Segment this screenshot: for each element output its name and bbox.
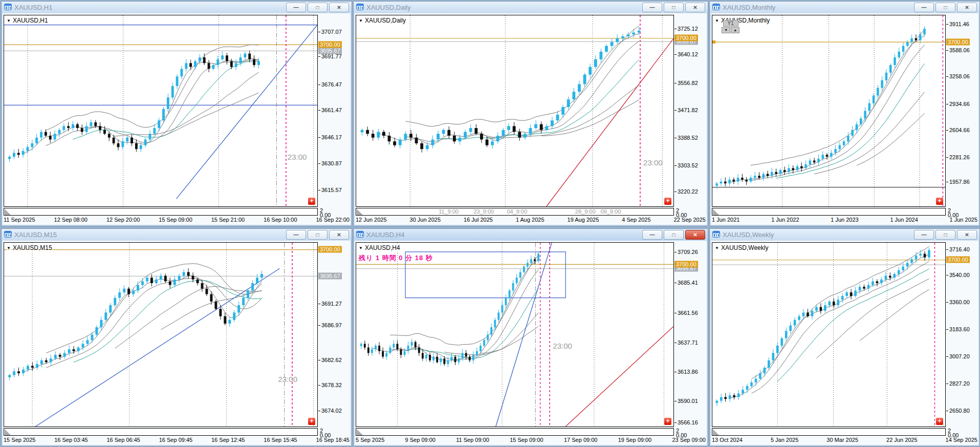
price-tick: 3471.82 — [678, 107, 698, 113]
minimize-button[interactable]: — — [286, 230, 306, 240]
price-scale[interactable]: 3707.073691.773676.473661.473646.173630.… — [318, 15, 350, 207]
time-tick: 11 Sep 2025 — [4, 217, 35, 224]
restore-button[interactable]: □ — [935, 230, 955, 240]
time-axis[interactable]: 13 Oct 20245 Jan 202530 Mar 202522 Jun 2… — [712, 436, 977, 444]
chart-area[interactable]: ▼XAUUSD,Weekly + — [712, 242, 946, 427]
time-tick: 16 Sep 12:45 — [211, 437, 245, 444]
restore-button[interactable]: □ — [664, 3, 684, 12]
close-button[interactable]: ✕ — [329, 3, 349, 12]
time-tick: 1 Jun 2021 — [712, 217, 739, 224]
chart-scrollbar[interactable] — [712, 208, 946, 216]
time-axis[interactable]: 15 Sep 202516 Sep 03:4516 Sep 06:4516 Se… — [4, 436, 350, 444]
chart-legend-label: XAUUSD,M15 — [13, 244, 52, 251]
candlestick-plot[interactable] — [356, 243, 673, 427]
candlestick-plot[interactable] — [356, 15, 673, 206]
candlestick-plot[interactable] — [712, 243, 945, 427]
chart-scrollbar[interactable] — [712, 428, 946, 436]
one-click-trading-button[interactable]: + — [664, 418, 671, 425]
time-tick: 16 Sep 03:45 — [54, 437, 88, 444]
minimize-button[interactable]: — — [286, 3, 306, 12]
price-tick: 3590.01 — [678, 398, 698, 404]
restore-button[interactable]: □ — [664, 230, 684, 240]
time-tick: 15 Sep 21:00 — [211, 217, 245, 224]
window-titlebar[interactable]: XAUUSD,Weekly — □ ✕ — [710, 229, 979, 241]
chart-window-monthly: XAUUSD,Monthly — □ ✕ ▼XAUUSD,Monthly + Y… — [709, 1, 980, 226]
window-titlebar[interactable]: XAUUSD,H1 — □ ✕ — [2, 2, 352, 13]
hline-anchor-handle[interactable] — [712, 40, 715, 44]
price-scale[interactable]: 3709.263685.413661.563637.713613.863590.… — [674, 242, 706, 427]
scroll-triangle-icon — [5, 429, 11, 435]
scale-up-button[interactable]: ▲ — [731, 27, 739, 33]
price-tick: 3630.87 — [321, 160, 342, 166]
chart-area[interactable]: ▼XAUUSD,H1 23:00 + — [4, 15, 318, 207]
session-time-label: 23:00 — [288, 153, 307, 161]
chart-legend[interactable]: ▼XAUUSD,M15 — [7, 244, 52, 251]
period-separator-label: 11_9:00 — [439, 208, 459, 215]
window-controls: — □ ✕ — [642, 230, 705, 240]
minimize-button[interactable]: — — [914, 3, 934, 12]
chart-scrollbar[interactable] — [4, 208, 318, 216]
one-click-trading-button[interactable]: + — [936, 418, 943, 425]
scroll-triangle-icon — [5, 209, 11, 215]
price-tick: 3676.47 — [321, 81, 342, 88]
candlestick-plot[interactable] — [4, 15, 317, 206]
one-click-trading-button[interactable]: + — [308, 418, 315, 425]
close-button[interactable]: ✕ — [685, 3, 705, 12]
y-axis-scale-control[interactable]: Y1▼▲ — [722, 20, 739, 33]
one-click-trading-button[interactable]: + — [936, 198, 943, 205]
window-titlebar[interactable]: XAUUSD,Monthly — □ ✕ — [710, 2, 979, 13]
chart-scrollbar[interactable]: 11_9:0023_9:0004_9:0028_9:0009_9:00 — [356, 208, 674, 216]
price-scale[interactable]: 3911.463588.063258.062934.662604.662281.… — [946, 15, 977, 207]
scale-down-button[interactable]: ▼ — [722, 27, 730, 33]
price-tick: 3709.26 — [678, 249, 698, 255]
time-axis[interactable]: 1 Jun 20211 Jun 20221 Jun 20231 Jun 2024… — [712, 216, 977, 224]
chart-area[interactable]: ▼XAUUSD,Daily 23:00 + — [356, 15, 674, 207]
chart-scrollbar[interactable] — [356, 428, 674, 436]
current-price-tag: 3695.67 — [318, 47, 342, 54]
price-tick: 3360.00 — [949, 299, 970, 305]
one-click-trading-button[interactable]: + — [308, 198, 315, 205]
window-titlebar[interactable]: XAUUSD,H4 — □ ✕ — [354, 229, 708, 241]
chart-legend[interactable]: ▼XAUUSD,Daily — [359, 17, 406, 24]
chart-window-m15: XAUUSD,M15 — □ ✕ ▼XAUUSD,M15 23:00 + 369… — [1, 228, 352, 446]
close-button[interactable]: ✕ — [957, 230, 977, 240]
time-axis[interactable]: 11 Sep 202512 Sep 08:0012 Sep 20:0015 Se… — [4, 216, 350, 224]
chart-area[interactable]: ▼XAUUSD,M15 23:00 + — [4, 242, 318, 427]
window-title: XAUUSD,Monthly — [723, 4, 911, 11]
chart-area[interactable]: ▼XAUUSD,Monthly + Y1▼▲ — [712, 15, 946, 207]
candlestick-plot[interactable] — [4, 243, 317, 427]
price-tick: 3007.20 — [949, 353, 970, 359]
chart-area[interactable]: ▼XAUUSD,H4 残り 1 時間 0 分 18 秒 23:00 + — [356, 242, 674, 427]
close-button[interactable]: ✕ — [329, 230, 349, 240]
chart-legend[interactable]: ▼XAUUSD,H4 — [359, 244, 400, 251]
window-titlebar[interactable]: XAUUSD,M15 — □ ✕ — [2, 229, 352, 241]
time-axis[interactable]: 12 Jun 202530 Jun 202516 Jul 20251 Aug 2… — [356, 216, 706, 224]
restore-button[interactable]: □ — [935, 3, 955, 12]
price-tick: 3682.62 — [321, 357, 342, 363]
time-axis[interactable]: 5 Sep 20259 Sep 09:0011 Sep 09:0015 Sep … — [356, 436, 706, 444]
time-tick: 19 Aug 2025 — [568, 217, 599, 224]
price-scale[interactable]: 3691.273686.973682.623678.323674.023695.… — [318, 242, 350, 427]
period-separator-label: 04_9:00 — [507, 208, 528, 215]
price-scale[interactable]: 3716.403540.003360.003183.603007.202827.… — [946, 242, 977, 427]
time-tick: 14 Sep 2025 — [946, 437, 977, 444]
minimize-button[interactable]: — — [642, 230, 662, 240]
restore-button[interactable]: □ — [308, 3, 328, 12]
window-title: XAUUSD,H1 — [14, 4, 284, 11]
restore-button[interactable]: □ — [308, 230, 328, 240]
price-tick: 3566.16 — [678, 419, 698, 425]
close-button[interactable]: ✕ — [957, 3, 977, 12]
candlestick-plot[interactable] — [712, 15, 945, 206]
close-button[interactable]: ✕ — [685, 230, 705, 240]
one-click-trading-button[interactable]: + — [664, 198, 671, 205]
time-tick: 30 Mar 2025 — [826, 437, 858, 444]
price-scale[interactable]: 3725.123640.123556.823471.823388.523303.… — [674, 15, 706, 207]
chart-window-weekly: XAUUSD,Weekly — □ ✕ ▼XAUUSD,Weekly + 371… — [709, 228, 980, 446]
chart-legend[interactable]: ▼XAUUSD,Weekly — [715, 244, 768, 251]
chart-scrollbar[interactable] — [4, 428, 318, 436]
session-time-label: 23:00 — [643, 158, 663, 167]
minimize-button[interactable]: — — [914, 230, 934, 240]
chart-legend[interactable]: ▼XAUUSD,H1 — [7, 17, 48, 24]
window-titlebar[interactable]: XAUUSD,Daily — □ ✕ — [354, 2, 708, 13]
minimize-button[interactable]: — — [642, 3, 662, 12]
